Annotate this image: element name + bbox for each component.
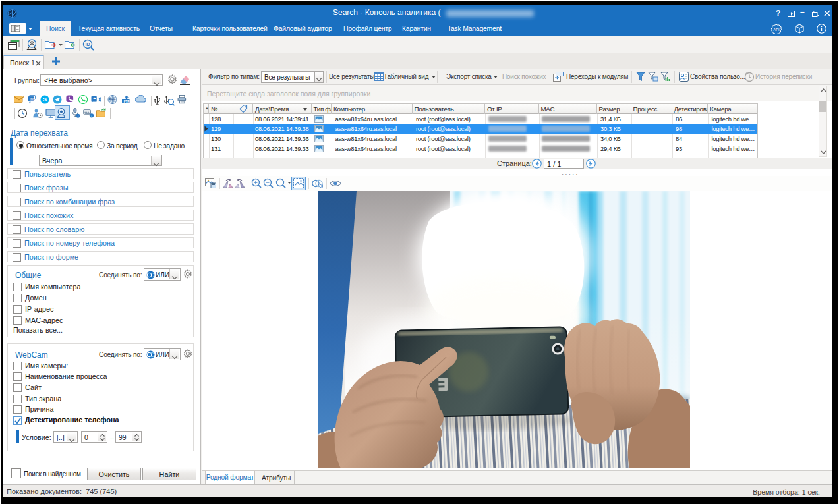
svg-text:S: S bbox=[43, 96, 47, 103]
svg-text:HTTP: HTTP bbox=[109, 98, 115, 101]
svg-text:API: API bbox=[774, 28, 780, 32]
svg-text:ID: ID bbox=[86, 42, 90, 47]
svg-text:FTP: FTP bbox=[124, 100, 130, 103]
svg-text:IM: IM bbox=[30, 98, 34, 101]
